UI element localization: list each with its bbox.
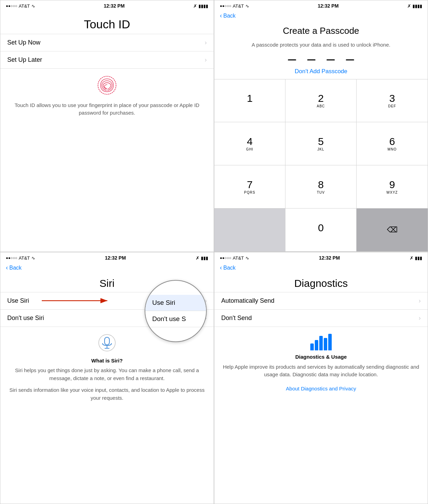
bluetooth-icon: ✗ [410, 255, 414, 261]
diagnostics-desc1: Help Apple improve its products and serv… [221, 363, 421, 379]
siri-panel: ●●○○○ AT&T ∿ 12:32 PM ✗ ▮▮▮ ‹ Back Siri … [0, 252, 214, 504]
numpad-key-9[interactable]: 9 WXYZ [357, 165, 428, 209]
numpad-key-4[interactable]: 4 GHI [214, 122, 285, 165]
panel-title: Create a Passcode [214, 21, 428, 39]
diagnostics-bar-chart-icon [221, 334, 421, 350]
signal-dots: ●●○○○ [220, 4, 231, 8]
status-time: 12:32 PM [318, 3, 339, 9]
chevron-icon: › [205, 56, 207, 64]
svg-rect-2 [105, 337, 109, 345]
chevron-icon: › [419, 297, 421, 304]
battery-icon: ▮▮▮▮ [412, 3, 422, 9]
numpad-key-8[interactable]: 8 TUV [285, 165, 357, 209]
bar-2 [315, 340, 318, 350]
back-button[interactable]: ‹ Back [0, 262, 214, 273]
numpad-key-7[interactable]: 7 PQRS [214, 165, 285, 209]
passcode-dash-3 [327, 59, 335, 60]
dont-send-label: Don't Send [221, 314, 252, 322]
carrier: AT&T [19, 255, 30, 261]
setup-later-item[interactable]: Set Up Later › [0, 51, 214, 69]
dont-use-siri-label: Don't use Siri [7, 314, 44, 322]
back-label: Back [9, 265, 22, 271]
battery-icon: ▮▮▮▮ [198, 3, 208, 9]
siri-desc-title: What is Siri? [7, 357, 207, 365]
status-bar: ●●○○○ AT&T ∿ 12:32 PM ✗ ▮▮▮▮ [214, 0, 428, 10]
numpad-key-3[interactable]: 3 DEF [357, 79, 428, 123]
status-bar: ●●○○○ AT&T ∿ 12:32 PM ✗ ▮▮▮ [0, 252, 214, 262]
passcode-subtitle: A passcode protects your data and is use… [214, 39, 428, 52]
diagnostics-options: Automatically Send › Don't Send › [214, 292, 428, 327]
chevron-icon: › [205, 39, 207, 46]
siri-desc2: Siri sends information like your voice i… [7, 386, 207, 402]
touch-id-desc-text: Touch ID allows you to use your fingerpr… [7, 101, 207, 117]
carrier: AT&T [233, 255, 244, 261]
status-bar: ●●○○○ AT&T ∿ 12:32 PM ✗ ▮▮▮ [214, 252, 428, 262]
wifi-icon: ∿ [245, 3, 249, 9]
passcode-dash-1 [288, 59, 296, 60]
numpad-key-1[interactable]: 1 [214, 79, 285, 123]
auto-send-label: Automatically Send [221, 297, 274, 304]
back-label: Back [223, 13, 236, 19]
passcode-dash-4 [346, 59, 354, 60]
status-time: 12:32 PM [105, 255, 126, 261]
numpad-key-delete[interactable]: ⌫ [357, 209, 428, 252]
wifi-icon: ∿ [245, 255, 249, 261]
bar-5 [328, 334, 332, 350]
bluetooth-icon: ✗ [193, 3, 197, 9]
setup-now-label: Set Up Now [7, 39, 40, 46]
touch-id-description: Touch ID allows you to use your fingerpr… [0, 69, 214, 120]
back-chevron-icon: ‹ [6, 264, 8, 271]
status-bar: ●●○○○ AT&T ∿ 12:32 PM ✗ ▮▮▮▮ [0, 0, 214, 10]
bar-1 [310, 343, 314, 350]
numpad-key-2[interactable]: 2 ABC [285, 79, 357, 123]
touch-id-options: Set Up Now › Set Up Later › [0, 34, 214, 69]
bar-3 [319, 336, 323, 350]
status-time: 12:32 PM [104, 3, 125, 9]
setup-later-label: Set Up Later [7, 56, 42, 64]
auto-send-item[interactable]: Automatically Send › [214, 292, 428, 310]
carrier: AT&T [19, 3, 30, 9]
back-button[interactable]: ‹ Back [214, 262, 428, 273]
wifi-icon: ∿ [31, 3, 35, 9]
passcode-entry-dots [214, 52, 428, 64]
diagnostics-panel: ●●○○○ AT&T ∿ 12:32 PM ✗ ▮▮▮ ‹ Back Diagn… [214, 252, 428, 504]
passcode-panel: ●●○○○ AT&T ∿ 12:32 PM ✗ ▮▮▮▮ ‹ Back Crea… [214, 0, 428, 252]
panel-title: Diagnostics [214, 273, 428, 292]
bluetooth-icon: ✗ [196, 255, 200, 261]
back-chevron-icon: ‹ [220, 12, 222, 19]
signal-dots: ●●○○○ [220, 256, 231, 260]
numpad-key-5[interactable]: 5 JKL [285, 122, 357, 165]
signal-dots: ●●○○○ [6, 4, 17, 8]
use-siri-label: Use Siri [7, 297, 29, 304]
back-button[interactable]: ‹ Back [214, 10, 428, 21]
numpad-key-6[interactable]: 6 MNO [357, 122, 428, 165]
diagnostics-description: Diagnostics & Usage Help Apple improve i… [214, 327, 428, 396]
back-chevron-icon: ‹ [220, 264, 222, 271]
siri-desc1: Siri helps you get things done just by a… [7, 367, 207, 382]
dont-add-passcode-button[interactable]: Don't Add Passcode [214, 64, 428, 79]
passcode-dash-2 [307, 59, 315, 60]
about-diagnostics-link[interactable]: About Diagnostics and Privacy [221, 382, 421, 393]
numpad-key-0[interactable]: 0 [285, 209, 357, 252]
battery-icon: ▮▮▮ [201, 255, 208, 261]
signal-dots: ●●○○○ [6, 256, 17, 260]
chevron-icon: › [419, 314, 421, 322]
delete-icon: ⌫ [387, 225, 398, 234]
setup-now-item[interactable]: Set Up Now › [0, 34, 214, 51]
magnifier-popup: Use Siri Don't use S [145, 280, 207, 342]
dont-send-item[interactable]: Don't Send › [214, 310, 428, 327]
diagnostics-desc-title: Diagnostics & Usage [221, 353, 421, 361]
carrier: AT&T [233, 3, 244, 9]
back-label: Back [223, 265, 236, 271]
bluetooth-icon: ✗ [407, 3, 411, 9]
bar-4 [324, 338, 327, 350]
wifi-icon: ∿ [31, 255, 35, 261]
battery-icon: ▮▮▮ [415, 255, 422, 261]
panel-title: Touch ID [0, 13, 214, 34]
siri-microphone-icon [98, 334, 116, 352]
numpad: 1 2 ABC 3 DEF 4 GHI 5 JKL 6 MNO 7 PQRS 8 [214, 79, 428, 252]
touch-id-panel: ●●○○○ AT&T ∿ 12:32 PM ✗ ▮▮▮▮ Touch ID Se… [0, 0, 214, 252]
magnifier-dont-use-siri: Don't use S [145, 311, 206, 327]
status-time: 12:32 PM [319, 255, 340, 261]
magnifier-use-siri: Use Siri [145, 295, 206, 311]
